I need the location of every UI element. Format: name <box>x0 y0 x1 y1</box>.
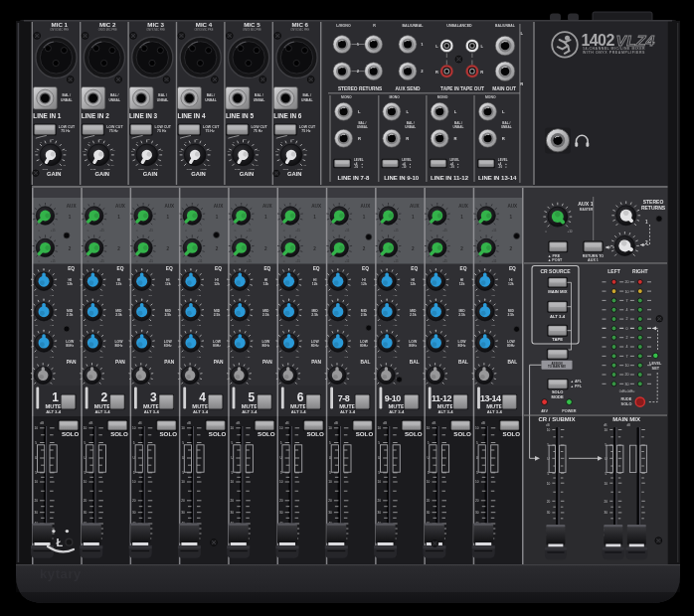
svg-text:7: 7 <box>626 355 628 359</box>
svg-text:+15: +15 <box>148 324 153 327</box>
svg-text:BAL: BAL <box>410 360 420 365</box>
svg-text:-10: -10 <box>498 165 503 169</box>
svg-text:1: 1 <box>69 215 72 220</box>
svg-text:HI: HI <box>166 278 169 282</box>
svg-text:1: 1 <box>117 215 120 220</box>
svg-text:2: 2 <box>216 246 219 251</box>
svg-text:BAL: BAL <box>458 360 468 365</box>
svg-text:PAN: PAN <box>164 360 174 365</box>
svg-text:2: 2 <box>313 246 316 251</box>
svg-text:AUX: AUX <box>115 204 126 209</box>
svg-text:-20dB: -20dB <box>89 168 96 171</box>
svg-text:BAL: BAL <box>361 360 371 365</box>
svg-text:TAPE: TAPE <box>552 337 563 342</box>
svg-text:+15: +15 <box>148 294 153 297</box>
svg-text:5: 5 <box>476 441 478 445</box>
svg-text:+15: +15 <box>247 229 252 232</box>
svg-text:LINE IN 5: LINE IN 5 <box>226 112 254 119</box>
svg-text:30: 30 <box>181 511 185 515</box>
svg-text:UNBALANCED: UNBALANCED <box>446 24 472 28</box>
svg-text:2: 2 <box>626 336 628 340</box>
svg-text:+15: +15 <box>246 356 251 359</box>
svg-text:10: 10 <box>377 480 381 484</box>
svg-text:+15: +15 <box>442 259 447 263</box>
svg-text:+40dB: +40dB <box>103 168 110 171</box>
svg-text:LINE IN 2: LINE IN 2 <box>82 112 109 119</box>
svg-text:U: U <box>40 141 42 144</box>
svg-text:HI: HI <box>362 278 365 282</box>
svg-text:MIC 2: MIC 2 <box>99 21 116 28</box>
svg-text:2: 2 <box>166 246 169 251</box>
svg-text:2.5k: 2.5k <box>115 313 122 317</box>
svg-text:+15: +15 <box>393 294 398 297</box>
svg-text:R: R <box>502 136 505 141</box>
svg-text:20: 20 <box>132 499 136 503</box>
svg-text:R: R <box>358 136 361 141</box>
svg-text:SOLO: SOLO <box>621 402 632 406</box>
svg-text:UNBAL: UNBAL <box>301 98 313 102</box>
svg-text:+15: +15 <box>98 324 103 327</box>
svg-text:AUX 1: AUX 1 <box>588 258 599 262</box>
svg-text:+15: +15 <box>50 356 55 359</box>
svg-text:AUX: AUX <box>361 204 372 209</box>
svg-text:7: 7 <box>626 299 628 303</box>
svg-text:10: 10 <box>427 480 431 484</box>
svg-text:20: 20 <box>231 499 235 503</box>
svg-text:MID: MID <box>115 309 122 313</box>
svg-text:▼: ▼ <box>505 166 507 169</box>
svg-text:30: 30 <box>34 511 38 515</box>
svg-text:10: 10 <box>181 480 185 484</box>
svg-text:+15: +15 <box>198 229 203 232</box>
svg-text:80Hz: 80Hz <box>458 344 466 348</box>
svg-text:80Hz: 80Hz <box>360 344 368 348</box>
svg-text:10: 10 <box>547 482 551 486</box>
svg-text:75 Hz: 75 Hz <box>206 129 215 133</box>
svg-text:MID: MID <box>165 309 172 313</box>
svg-text:2.5k: 2.5k <box>214 313 221 317</box>
svg-text:10: 10 <box>475 480 479 484</box>
svg-text:20: 20 <box>34 499 38 503</box>
svg-text:RETURN TO: RETURN TO <box>583 254 605 258</box>
svg-text:4: 4 <box>626 308 628 312</box>
svg-text:30: 30 <box>132 511 136 515</box>
svg-text:▼: ▼ <box>409 166 411 169</box>
svg-text:EQ: EQ <box>411 266 418 271</box>
svg-text:MASTER: MASTER <box>580 208 594 212</box>
svg-text:L: L <box>406 109 409 114</box>
svg-text:+15: +15 <box>197 294 202 297</box>
svg-text:U: U <box>136 141 138 144</box>
svg-text:SOLO: SOLO <box>258 430 275 437</box>
svg-text:L: L <box>521 31 524 36</box>
svg-text:14-CHANNEL MIC/LINE MIXER: 14-CHANNEL MIC/LINE MIXER <box>583 47 645 51</box>
svg-text:+15: +15 <box>295 294 300 297</box>
svg-text:20: 20 <box>84 499 87 503</box>
svg-text:Ł: Ł <box>57 537 64 548</box>
svg-text:+10: +10 <box>567 230 572 233</box>
svg-text:LINE IN 11-12: LINE IN 11-12 <box>431 175 469 181</box>
svg-text:HI: HI <box>68 278 71 282</box>
svg-text:LOW CUT: LOW CUT <box>203 125 220 129</box>
svg-text:30: 30 <box>231 511 235 515</box>
svg-text:10: 10 <box>279 480 283 484</box>
svg-text:+15: +15 <box>197 324 202 327</box>
svg-text:30: 30 <box>377 511 381 515</box>
svg-text:+15: +15 <box>345 229 350 232</box>
svg-text:R: R <box>453 136 456 141</box>
svg-text:2.5k: 2.5k <box>410 313 417 317</box>
svg-text:20: 20 <box>625 280 629 284</box>
svg-text:-20dB: -20dB <box>137 168 144 171</box>
svg-text:MIC 3: MIC 3 <box>147 21 164 28</box>
svg-text:MID: MID <box>312 309 319 313</box>
svg-text:80Hz: 80Hz <box>409 344 417 348</box>
svg-text:GAIN: GAIN <box>94 171 109 177</box>
svg-text:R: R <box>435 70 438 75</box>
svg-text:SOLO: SOLO <box>62 430 80 437</box>
svg-text:+15: +15 <box>492 229 497 232</box>
svg-text:R: R <box>373 24 376 28</box>
svg-text:20: 20 <box>547 500 551 504</box>
svg-text:TO MAIN MIX: TO MAIN MIX <box>548 365 566 369</box>
svg-text:10: 10 <box>475 426 479 430</box>
svg-text:MONO: MONO <box>437 95 448 99</box>
svg-text:MID: MID <box>458 309 465 313</box>
svg-text:+15: +15 <box>99 229 104 232</box>
